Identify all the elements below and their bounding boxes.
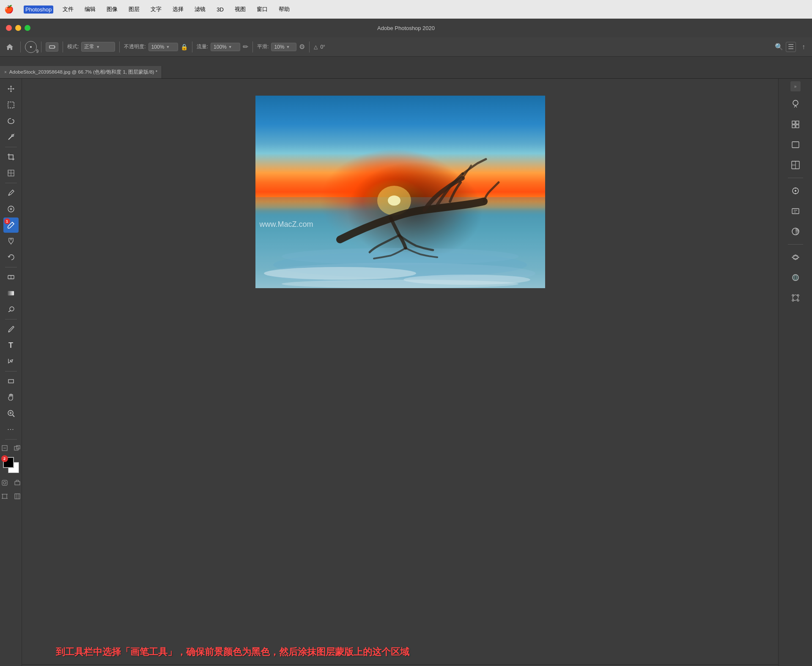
mask-btn[interactable] — [0, 477, 10, 488]
pen-icon — [7, 325, 15, 333]
smooth-dropdown[interactable]: 10% ▼ — [271, 43, 296, 51]
pen-tool[interactable] — [3, 322, 19, 337]
properties-btn[interactable] — [786, 202, 805, 220]
menu-image[interactable]: 图像 — [105, 5, 119, 14]
magic-wand-tool[interactable] — [3, 129, 19, 145]
layer-mode-icon1 — [1, 445, 8, 451]
search-icon[interactable]: 🔍 — [775, 43, 783, 51]
collapse-bar — [0, 57, 812, 66]
panel-toggle-icon[interactable]: ☰ — [786, 42, 796, 52]
separator7 — [309, 41, 310, 52]
eyedropper-tool[interactable] — [3, 185, 19, 201]
mode-dropdown[interactable]: 正常 ▼ — [81, 42, 115, 52]
zoom-tool[interactable] — [3, 406, 19, 421]
color-swatches[interactable]: 2 — [3, 457, 19, 473]
opacity-lock-icon[interactable]: 🔒 — [181, 44, 188, 50]
menu-file[interactable]: 文件 — [61, 5, 75, 14]
menu-bar: 🍎 Photoshop 文件 编辑 图像 图层 文字 选择 滤镜 3D 视图 窗… — [0, 0, 812, 19]
adjustment-btn[interactable] — [786, 182, 805, 200]
smooth-settings-icon[interactable]: ⚙ — [299, 43, 305, 51]
menu-view[interactable]: 视图 — [233, 5, 247, 14]
swatches-btn[interactable] — [786, 222, 805, 241]
menu-filter[interactable]: 滤镜 — [193, 5, 207, 14]
brush-preview[interactable]: 9 — [25, 41, 37, 53]
menu-layer[interactable]: 图层 — [127, 5, 141, 14]
slice-tool[interactable]: ✕ — [3, 165, 19, 181]
separator5 — [192, 41, 192, 52]
tool-separator6 — [5, 439, 17, 440]
minimize-button[interactable] — [15, 25, 21, 31]
menu-help[interactable]: 帮助 — [277, 5, 291, 14]
hand-icon — [7, 393, 15, 402]
screen-mode-btn[interactable] — [12, 491, 23, 502]
shape-tool[interactable] — [3, 374, 19, 389]
canvas-image-container: www.MacZ.com — [255, 96, 545, 288]
color-badge: 2 — [1, 455, 8, 462]
menu-window[interactable]: 窗口 — [255, 5, 269, 14]
opacity-caret: ▼ — [166, 45, 170, 49]
svg-rect-31 — [3, 494, 7, 498]
panel-collapse-btn[interactable]: » — [790, 81, 801, 91]
channels-btn[interactable] — [786, 268, 805, 287]
lasso-tool[interactable] — [3, 113, 19, 129]
close-button[interactable] — [6, 25, 12, 31]
artboard-btn[interactable] — [0, 491, 10, 502]
svg-point-19 — [8, 331, 9, 333]
more-tools-button[interactable]: ··· — [3, 422, 19, 437]
marquee-tool[interactable] — [3, 97, 19, 113]
svg-rect-16 — [8, 291, 14, 295]
brush-pressure-btn[interactable] — [46, 42, 58, 52]
svg-text:✕: ✕ — [8, 171, 9, 173]
layer-mode-icon2 — [14, 445, 21, 451]
eraser-tool[interactable] — [3, 270, 19, 285]
menu-text[interactable]: 文字 — [149, 5, 163, 14]
brush-size-num: 9 — [36, 49, 38, 54]
canvas-btn[interactable] — [786, 135, 805, 154]
clone-stamp-tool[interactable] — [3, 234, 19, 249]
maximize-button[interactable] — [25, 25, 30, 31]
right-separator2 — [788, 244, 803, 245]
apple-menu[interactable]: 🍎 — [4, 5, 14, 14]
mode-btn[interactable] — [12, 477, 23, 488]
right-separator — [788, 178, 803, 178]
layer-mode-btn1[interactable] — [0, 443, 10, 454]
svg-rect-49 — [792, 121, 795, 124]
document-tab[interactable]: × AdobeStock_203958648.jpg @ 66.7% (色相/饱… — [0, 66, 162, 78]
main-area: ✕ 1 — [0, 79, 812, 666]
app-title: Adobe Photoshop 2020 — [377, 25, 435, 31]
healing-tool[interactable] — [3, 201, 19, 217]
tab-close-icon[interactable]: × — [4, 70, 7, 74]
menu-select[interactable]: 选择 — [171, 5, 185, 14]
type-tool[interactable]: T — [3, 338, 19, 353]
layers-btn[interactable] — [786, 248, 805, 267]
dodge-tool[interactable] — [3, 302, 19, 317]
move-tool[interactable] — [3, 81, 19, 96]
grid-btn[interactable] — [786, 115, 805, 134]
library-btn[interactable] — [786, 95, 805, 113]
home-button[interactable] — [3, 41, 16, 53]
canvas-background — [255, 96, 545, 288]
menu-photoshop[interactable]: Photoshop — [24, 6, 53, 14]
crop-tool[interactable] — [3, 149, 19, 165]
layer-mode-btn2[interactable] — [12, 443, 23, 454]
bottom-tools2 — [0, 491, 23, 502]
layer-mode-btns — [0, 443, 23, 454]
tool-separator5 — [5, 371, 17, 372]
hand-tool[interactable] — [3, 390, 19, 405]
menu-edit[interactable]: 编辑 — [83, 5, 97, 14]
history-brush-tool[interactable] — [3, 250, 19, 265]
brush-dot — [30, 46, 32, 48]
opacity-dropdown[interactable]: 100% ▼ — [148, 43, 178, 51]
paths-btn[interactable] — [786, 289, 805, 307]
title-bar: Adobe Photoshop 2020 — [0, 19, 812, 37]
gradient-tool[interactable] — [3, 286, 19, 301]
flow-dropdown[interactable]: 100% ▼ — [211, 43, 240, 51]
brush-tool[interactable]: 1 — [3, 217, 19, 233]
airbrush-icon[interactable]: ✏ — [243, 43, 248, 51]
panel-layout-btn[interactable] — [786, 156, 805, 174]
path-select-tool[interactable] — [3, 354, 19, 369]
history-icon — [7, 253, 15, 261]
status-bar: 66.67% 1650 像素 x 1100 像素 (72 ppi) › — [22, 664, 778, 666]
menu-3d[interactable]: 3D — [215, 6, 225, 14]
share-icon[interactable]: ↑ — [798, 42, 809, 52]
